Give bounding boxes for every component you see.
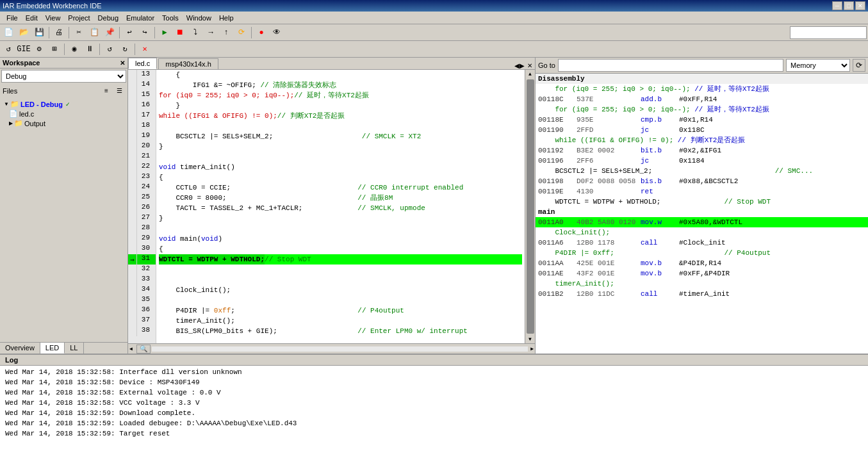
vscroll-up[interactable]: ▲ [527, 70, 533, 78]
ln-17: 17 [137, 111, 152, 121]
gutter-row-29: 29 [128, 234, 156, 244]
debug-step-button[interactable]: ⤵ [188, 26, 202, 40]
menu-project[interactable]: Project [64, 13, 94, 23]
editor-nav-left[interactable]: ◀ [514, 62, 520, 69]
tb2-btn7[interactable]: ↺ [102, 42, 117, 56]
bp-25 [128, 193, 137, 203]
menu-debug[interactable]: Debug [94, 13, 122, 23]
menu-help[interactable]: Help [215, 13, 238, 23]
tb2-sep3 [135, 44, 135, 55]
files-collapse-button[interactable]: ≡ [101, 85, 112, 97]
bp-23 [128, 172, 137, 183]
editor-tab-msp[interactable]: msp430x14x.h [158, 58, 218, 69]
vscroll-down[interactable]: ▼ [527, 335, 533, 343]
disasm-goto-label: Go to [538, 61, 555, 69]
disasm-line-7: 001192 B3E2 0002 bit.b #0x2,&IFG1 [536, 145, 868, 156]
tb2-btn4[interactable]: ⊞ [47, 42, 61, 56]
workspace-panel: Workspace ✕ Debug Files ≡ ☰ ▼ 📁 LED [0, 58, 128, 354]
minimize-button[interactable]: ─ [832, 1, 842, 10]
menu-tools[interactable]: Tools [158, 13, 183, 23]
tb2-btn5[interactable]: ◉ [67, 42, 81, 56]
copy-button[interactable]: 📋 [87, 26, 101, 40]
editor-vscrollbar[interactable]: ▲ ▼ [525, 70, 535, 343]
code-line-26: TACTL = TASSEL_2 + MC_1+TACLR; // SMCLK,… [159, 203, 522, 213]
code-line-32 [159, 265, 522, 275]
disasm-goto-input[interactable] [558, 59, 783, 72]
code-line-35 [159, 295, 522, 305]
log-line-3: Wed Mar 14, 2018 15:32:58: External volt… [5, 387, 863, 398]
hscroll-track[interactable] [152, 346, 528, 352]
tb2-btn1[interactable]: ↺ [1, 42, 15, 56]
menu-view[interactable]: View [42, 13, 65, 23]
disasm-line-18: 0011AA 425E 001E mov.b &P4DIR,R14 [536, 258, 868, 268]
editor-close-button[interactable]: ✕ [527, 62, 532, 69]
disasm-line-14: 0011A0 40B2 5A80 0120 mov.w #0x5A80,&WDT… [536, 217, 868, 227]
code-line-37: timerA_init(); [159, 316, 522, 326]
hscroll-left[interactable]: ◀ [128, 345, 134, 353]
tree-item-ledc[interactable]: 📄 led.c [1, 109, 126, 118]
editor-hscrollbar[interactable]: ◀ 🔍 ▶ [128, 343, 535, 354]
code-line-31: WDTCTL = WDTPW + WDTHOLD; // Stop WDT [159, 254, 522, 265]
tb2-btn3[interactable]: ⚙ [32, 42, 46, 56]
tb2-btn6[interactable]: ⏸ [83, 42, 97, 56]
debug-stop-button[interactable]: ⏹ [173, 26, 187, 40]
cut-button[interactable]: ✂ [72, 26, 86, 40]
tb2-btn9[interactable]: ✕ [138, 42, 152, 56]
tree-item-output[interactable]: ▶ 📁 Output [1, 118, 126, 128]
tree-expand-output: ▶ [9, 120, 13, 126]
vscroll-thumb[interactable] [527, 79, 534, 334]
disasm-content[interactable]: Disassembly for (iq0 = 255; iq0 > 0; iq0… [536, 74, 868, 354]
disasm-title: Disassembly [536, 74, 868, 84]
disasm-memory-select[interactable]: Memory [786, 59, 850, 72]
ln-21: 21 [137, 152, 152, 162]
tree-item-led-debug[interactable]: ▼ 📁 LED - Debug ✓ [1, 99, 126, 109]
debug-reset-button[interactable]: ⟳ [234, 26, 249, 40]
hscroll-right[interactable]: ▶ [529, 345, 535, 353]
print-button[interactable]: 🖨 [52, 26, 66, 40]
bp-27 [128, 213, 137, 224]
breakpoint-button[interactable]: ● [254, 26, 268, 40]
bp-35 [128, 295, 137, 305]
debug-mode-select[interactable]: Debug [1, 70, 126, 83]
menu-edit[interactable]: Edit [22, 13, 42, 23]
debug-stepover-button[interactable]: → [204, 26, 218, 40]
ln-36: 36 [137, 305, 152, 316]
undo-button[interactable]: ↩ [122, 26, 136, 40]
ws-tab-overview[interactable]: Overview [0, 343, 40, 354]
tb2-btn8[interactable]: ↻ [118, 42, 132, 56]
editor-tab-ledc[interactable]: led.c [128, 58, 157, 69]
paste-button[interactable]: 📌 [102, 26, 117, 40]
toolbar-dropdown[interactable] [790, 26, 867, 39]
tb2-btn2[interactable]: GIE [17, 42, 31, 56]
editor-nav-right[interactable]: ▶ [520, 62, 525, 69]
ln-34: 34 [137, 285, 152, 295]
debug-stepout-button[interactable]: ↑ [219, 26, 233, 40]
workspace-close-button[interactable]: ✕ [120, 60, 125, 67]
gutter-row-24: 24 [128, 183, 156, 193]
maximize-button[interactable]: □ [844, 1, 854, 10]
menu-window[interactable]: Window [183, 13, 215, 23]
files-expand-button[interactable]: ☰ [113, 85, 125, 97]
ln-18: 18 [137, 121, 152, 131]
tb2-sep2 [99, 44, 100, 55]
redo-button[interactable]: ↪ [138, 26, 152, 40]
new-button[interactable]: 📄 [1, 26, 15, 40]
watch-button[interactable]: 👁 [270, 26, 284, 40]
menu-emulator[interactable]: Emulator [122, 13, 158, 23]
tree-label-output: Output [24, 120, 45, 127]
open-button[interactable]: 📂 [17, 26, 31, 40]
menu-file[interactable]: File [3, 13, 22, 23]
ws-tab-led[interactable]: LED [40, 343, 65, 354]
log-content[interactable]: Wed Mar 14, 2018 15:32:58: Interface dll… [0, 366, 868, 456]
save-button[interactable]: 💾 [32, 26, 46, 40]
code-area[interactable]: { IFG1 &= ~OFIFG; // 清除振荡器失效标志 for (iq0 … [156, 70, 525, 343]
gutter: 13 14 15 16 [128, 70, 156, 343]
ln-20: 20 [137, 142, 152, 152]
ws-tab-ll[interactable]: LL [65, 343, 83, 354]
close-button[interactable]: ✕ [855, 1, 865, 10]
disasm-refresh-button[interactable]: ⟳ [853, 59, 865, 72]
disasm-line-12: WDTCTL = WDTPW + WDTHOLD; // Stop WDT [536, 197, 868, 207]
code-line-25: CCR0 = 8000; // 晶振8M [159, 193, 522, 203]
gutter-row-14: 14 [128, 80, 156, 90]
debug-go-button[interactable]: ▶ [158, 26, 172, 40]
